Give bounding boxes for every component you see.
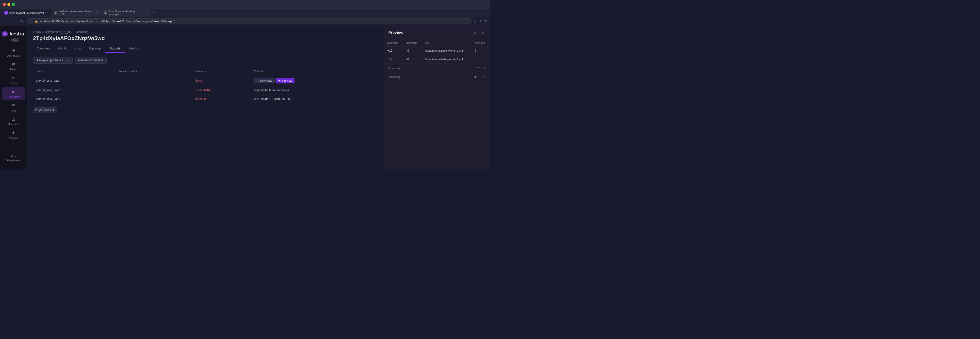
dev-badge: dev <box>11 38 19 42</box>
browser-chrome: K 2Tp4dXylaAFOxZNqzVo5wd ✕ G push all de… <box>0 0 490 26</box>
logo-text: kestra. <box>10 31 25 36</box>
sidebar-label-administration: Administration <box>6 159 21 162</box>
shield-icon[interactable]: 🛡 <box>484 19 487 23</box>
sidebar-item-blueprints[interactable]: ⊡ Blueprints <box>2 114 25 128</box>
preview-title: Preview <box>388 30 403 35</box>
logo-area: kestra. dev <box>0 30 27 46</box>
cell-output-3: 0c497c9d6b1d1c5d22521d... <box>251 95 378 103</box>
pagination: 25 per page ▼ <box>33 107 378 113</box>
administration-icon: ⚙ <box>11 155 14 158</box>
preview-panel: Preview ⤢ ✕ additions deletions file cha… <box>384 26 490 170</box>
tab-github-2[interactable]: G flows/flows at develop · anna-gel ✕ <box>102 9 151 17</box>
preview-button[interactable]: 👁 Preview <box>276 78 294 83</box>
encoding-select[interactable]: UTF-8 ▼ <box>474 75 486 79</box>
option-encoding: Encoding UTF-8 ▼ <box>388 75 486 81</box>
traffic-lights <box>3 3 15 6</box>
cell-task-1: commit_and_push <box>33 75 116 86</box>
breadcrumb-executions: Executions <box>74 30 88 34</box>
sidebar-item-logs[interactable]: ≡ Logs <box>2 101 25 114</box>
sidebar-item-executions[interactable]: ▶ Executions <box>2 87 25 100</box>
download-button[interactable]: ⬇ Download <box>254 78 275 83</box>
sort-icon-name[interactable]: ⇅ <box>205 70 207 73</box>
table-row: commit_and_push flows ⬇ Download 👁 <box>33 75 378 86</box>
download-icon[interactable]: ⬇ <box>479 19 482 23</box>
outputs-table: Task ⇅ Iteration value ⇅ Name ⇅ Output <box>33 68 378 103</box>
sidebar-item-editor[interactable]: ✏ Editor <box>2 73 25 87</box>
sidebar-item-administration[interactable]: ⚙ › Administration <box>2 152 25 164</box>
executions-icon: ▶ <box>12 89 15 95</box>
lock-icon: 🔒 <box>35 20 38 23</box>
tab-close-button[interactable]: ✕ <box>45 11 49 14</box>
breadcrumb-push-to-git[interactable]: system.push_to_git <box>45 30 70 34</box>
bookmark-icon[interactable]: ☆ <box>474 19 477 23</box>
table-row: commit_and_push commitId 0c497c9d6b1d1c5… <box>33 95 378 103</box>
breadcrumb: Flows / system.push_to_git / Executions <box>33 30 378 34</box>
preview-options: Row count 100 ▼ Encoding UTF-8 ▼ <box>384 64 490 84</box>
minimize-traffic-light[interactable] <box>7 3 10 6</box>
breadcrumb-flows[interactable]: Flows <box>33 30 41 34</box>
page-tabs: Overview Gantt Logs Topology Outputs Met… <box>33 44 378 53</box>
expand-icon[interactable]: ⤢ <box>472 30 478 36</box>
column-name: Name ⇅ <box>192 68 251 75</box>
close-icon[interactable]: ✕ <box>480 30 486 36</box>
tab-overview[interactable]: Overview <box>33 44 54 53</box>
per-page-select[interactable]: 25 per page ▼ <box>33 107 57 113</box>
tab-outputs[interactable]: Outputs <box>105 44 125 53</box>
sidebar-label-flows: Flows <box>10 68 17 71</box>
tab-bar: K 2Tp4dXylaAFOxZNqzVo5wd ✕ G push all de… <box>0 9 490 17</box>
row-count-select[interactable]: 100 ▼ <box>477 67 486 70</box>
sidebar-label-logs: Logs <box>11 109 16 112</box>
cell-output-1: ⬇ Download 👁 Preview <box>251 75 378 86</box>
tab-close-btn-2[interactable]: ✕ <box>95 11 99 14</box>
preview-table: additions deletions file changes +12 -0 … <box>384 40 490 64</box>
tab-favicon-github: G <box>54 11 57 14</box>
cell-task-3: commit_and_push <box>33 95 116 103</box>
sidebar-item-plugins[interactable]: ✦ Plugins <box>2 128 25 141</box>
tab-close-btn-3[interactable]: ✕ <box>145 11 148 14</box>
tab-logs[interactable]: Logs <box>70 44 85 53</box>
url-bar[interactable]: 🔒 localhost:8080/ui/executions/system/pu… <box>27 19 471 24</box>
tab-label-github: push all development flows to Git <box>59 10 94 16</box>
page-header: Flows / system.push_to_git / Executions … <box>27 26 384 53</box>
url-text: localhost:8080/ui/executions/system/push… <box>40 20 176 23</box>
sidebar-nav: ⊞ Dashboard ⇌ Flows ✏ Editor ▶ Execution… <box>0 46 27 150</box>
address-bar: ‹ › ↻ 🔒 localhost:8080/ui/executions/sys… <box>0 17 490 26</box>
tab-favicon-github2: G <box>104 11 107 14</box>
logs-icon: ≡ <box>12 103 15 108</box>
cell-name-2: commitURL <box>192 86 251 95</box>
kestra-logo-icon <box>1 30 8 37</box>
reload-button[interactable]: ↻ <box>19 19 25 24</box>
tab-topology[interactable]: Topology <box>85 44 105 53</box>
tab-gantt[interactable]: Gantt <box>54 44 70 53</box>
display-output-select[interactable]: Display output for a s... ▼ <box>33 57 73 64</box>
title-bar <box>0 0 490 9</box>
tab-github-1[interactable]: G push all development flows to Git ✕ <box>52 9 101 17</box>
outputs-toolbar: Display output for a s... ▼ Render expre… <box>33 57 378 64</box>
close-traffic-light[interactable] <box>3 3 6 6</box>
chevron-right-icon: › <box>15 155 16 158</box>
per-page-label: 25 per page <box>35 108 51 112</box>
sidebar-item-dashboard[interactable]: ⊞ Dashboard <box>2 46 25 59</box>
sidebar-label-executions: Executions <box>7 95 20 98</box>
encoding-value: UTF-8 <box>474 75 482 79</box>
tab-metrics[interactable]: Metrics <box>125 44 143 53</box>
preview-col-additions: additions <box>384 40 403 46</box>
tab-active[interactable]: K 2Tp4dXylaAFOxZNqzVo5wd ✕ <box>2 10 51 16</box>
render-expression-button[interactable]: Render expression <box>75 57 107 64</box>
breadcrumb-sep-2: / <box>72 30 72 34</box>
forward-button[interactable]: › <box>11 19 17 24</box>
new-tab-button[interactable]: + <box>151 10 157 16</box>
tab-favicon: K <box>5 11 8 14</box>
sidebar-item-flows[interactable]: ⇌ Flows <box>2 60 25 73</box>
breadcrumb-sep-1: / <box>42 30 43 34</box>
editor-icon: ✏ <box>11 75 15 81</box>
sort-icon-iteration[interactable]: ⇅ <box>138 70 141 73</box>
preview-changes-1: 0 <box>472 46 490 55</box>
back-button[interactable]: ‹ <box>3 19 9 24</box>
preview-file-2: flows/tutorial/hello_world_2.yml <box>422 55 471 64</box>
maximize-traffic-light[interactable] <box>12 3 15 6</box>
column-iteration: Iteration value ⇅ <box>116 68 192 75</box>
output-actions: ⬇ Download 👁 Preview <box>254 78 375 83</box>
sort-icon-task[interactable]: ⇅ <box>44 70 46 73</box>
tab-label: 2Tp4dXylaAFOxZNqzVo5wd <box>10 11 44 14</box>
